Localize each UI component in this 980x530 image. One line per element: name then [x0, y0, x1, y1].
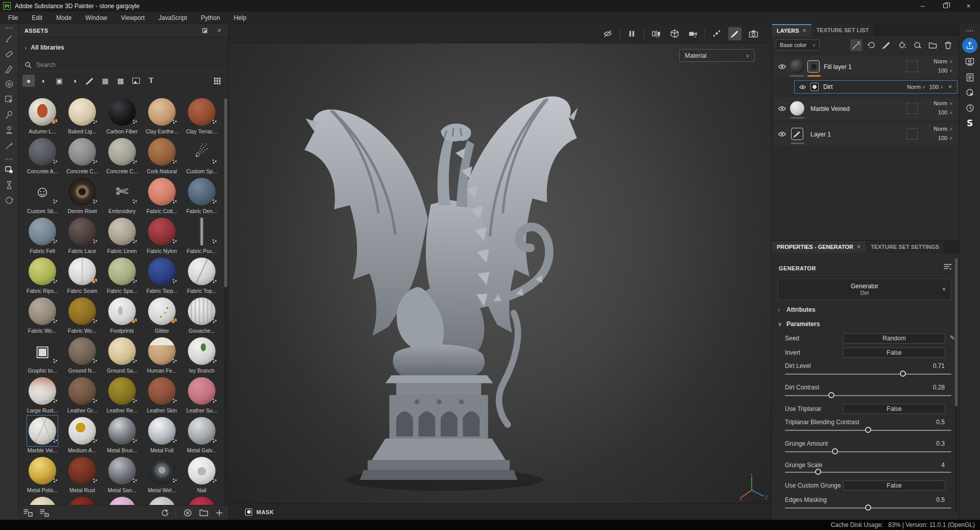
- asset-item[interactable]: Fabric Nylon: [142, 217, 182, 257]
- asset-item[interactable]: Concrete C...: [62, 137, 102, 177]
- float-panel-icon[interactable]: [202, 28, 208, 34]
- slider-knob[interactable]: [832, 448, 838, 454]
- add-fill-layer-button[interactable]: [896, 39, 908, 51]
- blend-mode-dropdown[interactable]: Norm∨: [934, 58, 952, 64]
- asset-item[interactable]: Metal Wel...: [142, 456, 182, 496]
- mask-slot[interactable]: [906, 103, 918, 114]
- open-folder-icon[interactable]: [199, 509, 208, 517]
- mask-slot[interactable]: [906, 128, 918, 140]
- dirt-level-slider[interactable]: [785, 374, 951, 375]
- projection-tool-button[interactable]: [2, 61, 16, 77]
- blend-mode-dropdown[interactable]: Norm∨: [934, 126, 952, 132]
- menu-item[interactable]: Edit: [32, 14, 42, 21]
- asset-item[interactable]: Footprints: [102, 296, 142, 336]
- paint-mode-button[interactable]: [728, 27, 742, 40]
- layer-name[interactable]: Marble Veined: [810, 105, 850, 112]
- paint-tool-button[interactable]: [2, 31, 16, 46]
- asset-item[interactable]: [22, 496, 62, 505]
- close-panel-icon[interactable]: ×: [217, 27, 221, 34]
- triplanar-blending-contrast-slider[interactable]: [785, 430, 951, 431]
- seed-random-button[interactable]: Random: [843, 333, 945, 343]
- pause-engine-button[interactable]: [625, 27, 638, 40]
- library-selector[interactable]: › All libraries: [18, 41, 228, 54]
- opacity-dropdown[interactable]: 100∨: [929, 84, 943, 90]
- asset-item[interactable]: Leather Re...: [102, 376, 142, 416]
- asset-item[interactable]: Fabric Puc...: [182, 217, 222, 257]
- shader-settings-button[interactable]: [962, 85, 977, 100]
- use-custom-grunge-toggle-button[interactable]: False: [843, 480, 945, 491]
- paint-layer-icon[interactable]: [791, 128, 803, 140]
- menu-item[interactable]: Viewport: [121, 14, 145, 21]
- asset-item[interactable]: Nail: [182, 456, 222, 496]
- opacity-dropdown[interactable]: 100∨: [938, 109, 952, 116]
- slider-knob[interactable]: [900, 371, 906, 377]
- effect-name[interactable]: Dirt: [823, 83, 833, 90]
- asset-item[interactable]: Metal Foil: [142, 416, 182, 456]
- tab-layers[interactable]: LAYERS ×: [772, 24, 811, 36]
- asset-item[interactable]: Autumn L...: [22, 97, 62, 137]
- delete-layer-button[interactable]: [942, 39, 954, 51]
- drag-grip[interactable]: [5, 27, 13, 29]
- menu-item[interactable]: Help: [234, 14, 247, 21]
- asset-item[interactable]: Human Fe...: [142, 336, 182, 376]
- layer-thumbnail[interactable]: [790, 101, 804, 116]
- asset-item[interactable]: [182, 496, 222, 505]
- filter-materials-icon[interactable]: ●: [22, 75, 35, 87]
- asset-item[interactable]: Ground Sa...: [102, 336, 142, 376]
- polygon-fill-tool-button[interactable]: [2, 77, 16, 92]
- smudge-tool-button[interactable]: [2, 92, 16, 107]
- asset-item[interactable]: Fabric Lace: [62, 217, 102, 257]
- asset-item[interactable]: Glitter: [142, 296, 182, 336]
- visibility-eye-icon[interactable]: [778, 130, 786, 140]
- hide-ui-button[interactable]: [601, 27, 614, 40]
- filter-filters-icon[interactable]: ◑: [68, 75, 81, 87]
- asset-item[interactable]: ☺ Custom Sti...: [22, 177, 62, 217]
- asset-item[interactable]: Fabric Rips...: [22, 257, 62, 296]
- asset-item[interactable]: Metal Rust: [62, 456, 102, 496]
- eraser-tool-button[interactable]: [2, 46, 16, 61]
- asset-item[interactable]: ▣ Graphic to...: [22, 336, 62, 376]
- asset-item[interactable]: ✄ Embroidery: [102, 177, 142, 217]
- filter-textures-icon[interactable]: ▩: [114, 75, 127, 87]
- substance-share-button[interactable]: S: [962, 116, 977, 131]
- generator-resource-box[interactable]: Generator Dirt ×: [778, 279, 951, 300]
- layer-row-fill-layer-1[interactable]: Fill layer 1 Norm∨ 100∨: [774, 56, 958, 78]
- asset-item[interactable]: Metal San...: [102, 456, 142, 496]
- slider-knob[interactable]: [865, 504, 871, 511]
- add-paint-layer-button[interactable]: [881, 39, 893, 51]
- gargoyle-model[interactable]: [294, 56, 585, 496]
- grunge-scale-slider[interactable]: [785, 472, 951, 473]
- asset-item[interactable]: Baked Lig...: [62, 97, 102, 137]
- clone-tool-button[interactable]: [2, 107, 16, 123]
- dirt-contrast-slider[interactable]: [785, 395, 951, 396]
- asset-item[interactable]: Large Rust...: [22, 376, 62, 416]
- filter-environments-icon[interactable]: [130, 75, 142, 87]
- asset-item[interactable]: [102, 496, 142, 505]
- log-button[interactable]: [962, 70, 977, 85]
- mesh-display-button[interactable]: ∨: [667, 27, 681, 40]
- filter-fonts-icon[interactable]: T: [145, 75, 157, 87]
- assets-scrollbar[interactable]: [224, 97, 227, 505]
- menu-item[interactable]: Window: [85, 14, 107, 21]
- history-button[interactable]: [962, 100, 977, 116]
- menu-item[interactable]: JavaScript: [158, 14, 187, 21]
- slider-knob[interactable]: [815, 469, 821, 475]
- save-shelf-icon[interactable]: [23, 509, 33, 517]
- section-menu-icon[interactable]: [944, 263, 952, 273]
- particles-button[interactable]: [710, 27, 723, 40]
- view-mode-button[interactable]: ∨: [649, 27, 662, 40]
- asset-item[interactable]: Fabric Linen: [102, 217, 142, 257]
- bake-button[interactable]: [2, 177, 16, 193]
- asset-item[interactable]: Metal Galv...: [182, 416, 222, 456]
- menu-item[interactable]: Python: [201, 14, 220, 21]
- add-resource-icon[interactable]: [216, 509, 223, 517]
- add-effect-button[interactable]: [850, 39, 862, 51]
- close-tab-icon[interactable]: ×: [803, 27, 806, 34]
- asset-item[interactable]: Clay Terrac...: [182, 97, 222, 137]
- grunge-amount-slider[interactable]: [785, 451, 951, 452]
- slider-knob[interactable]: [828, 392, 834, 398]
- visibility-eye-icon[interactable]: [778, 105, 786, 114]
- viewport-3d[interactable]: Y X Z: [229, 24, 771, 520]
- tab-texture-set-settings[interactable]: TEXTURE SET SETTINGS: [866, 241, 944, 253]
- asset-item[interactable]: Metal Polis...: [22, 456, 62, 496]
